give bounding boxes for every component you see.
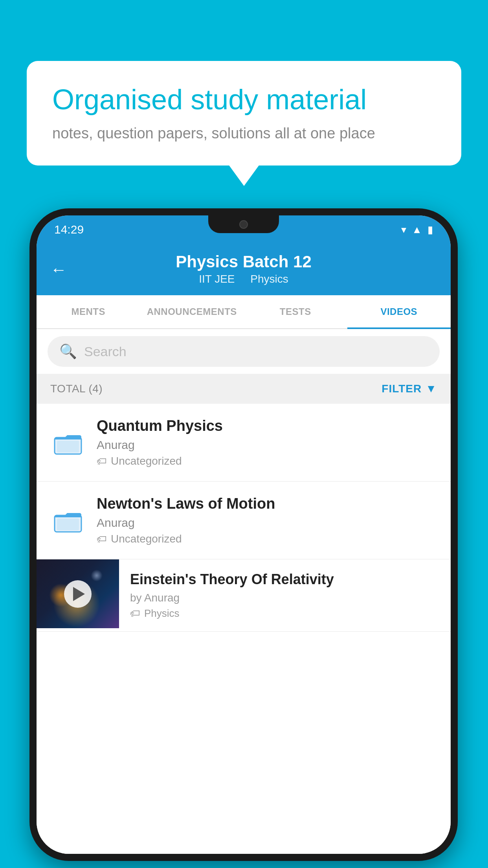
category-label: Uncategorized: [111, 533, 182, 545]
phone-notch: [208, 215, 279, 233]
video-author: by Anurag: [130, 592, 440, 604]
header-subtitle: IIT JEE Physics: [196, 273, 292, 285]
tab-announcements[interactable]: ANNOUNCEMENTS: [140, 295, 244, 328]
filter-icon: ▼: [426, 383, 437, 395]
filter-button[interactable]: FILTER ▼: [382, 383, 437, 395]
total-count: TOTAL (4): [50, 383, 103, 395]
header-iitjee: IIT JEE: [199, 273, 235, 285]
tab-ments[interactable]: MENTS: [37, 295, 140, 328]
video-author: Anurag: [97, 516, 437, 530]
tag-icon: 🏷: [97, 533, 107, 545]
video-category: 🏷 Physics: [130, 607, 440, 620]
category-label: Uncategorized: [111, 455, 182, 467]
video-title: Newton's Laws of Motion: [97, 495, 437, 512]
status-time: 14:29: [54, 223, 84, 236]
search-icon: 🔍: [59, 343, 77, 360]
play-button[interactable]: [64, 580, 92, 608]
folder-icon: [54, 508, 82, 533]
folder-icon-wrap: [50, 508, 86, 533]
tab-videos[interactable]: VIDEOS: [347, 295, 451, 328]
bubble-subtitle: notes, question papers, solutions all at…: [52, 125, 436, 142]
tab-tests[interactable]: TESTS: [244, 295, 347, 328]
signal-icon: ▲: [412, 224, 422, 236]
svg-rect-3: [57, 519, 79, 530]
folder-icon: [54, 430, 82, 455]
battery-icon: ▮: [427, 224, 433, 236]
header-physics: Physics: [250, 273, 288, 285]
phone-frame: 14:29 ▾ ▲ ▮ ← Physics Batch 12 IIT JEE P…: [29, 208, 458, 861]
video-author: Anurag: [97, 438, 437, 452]
tag-icon: 🏷: [130, 607, 140, 620]
folder-icon-wrap: [50, 430, 86, 455]
speech-bubble: Organised study material notes, question…: [27, 61, 461, 166]
list-item[interactable]: Newton's Laws of Motion Anurag 🏷 Uncateg…: [37, 482, 451, 559]
phone-screen: 14:29 ▾ ▲ ▮ ← Physics Batch 12 IIT JEE P…: [37, 215, 451, 854]
category-label: Physics: [144, 607, 180, 620]
video-category: 🏷 Uncategorized: [97, 455, 437, 467]
tag-icon: 🏷: [97, 455, 107, 467]
video-thumbnail: [37, 559, 119, 628]
video-title: Einstein's Theory Of Relativity: [130, 571, 440, 588]
header-title: Physics Batch 12: [176, 252, 312, 271]
list-item[interactable]: Quantum Physics Anurag 🏷 Uncategorized: [37, 404, 451, 482]
search-bar[interactable]: 🔍 Search: [48, 336, 440, 367]
video-info: Quantum Physics Anurag 🏷 Uncategorized: [97, 417, 437, 467]
camera-notch: [239, 220, 248, 229]
video-info: Einstein's Theory Of Relativity by Anura…: [119, 559, 451, 631]
video-info: Newton's Laws of Motion Anurag 🏷 Uncateg…: [97, 495, 437, 545]
video-category: 🏷 Uncategorized: [97, 533, 437, 545]
search-bar-container: 🔍 Search: [37, 329, 451, 374]
bubble-title: Organised study material: [52, 83, 436, 116]
video-list: Quantum Physics Anurag 🏷 Uncategorized: [37, 404, 451, 854]
app-header: ← Physics Batch 12 IIT JEE Physics: [37, 244, 451, 295]
tab-bar: MENTS ANNOUNCEMENTS TESTS VIDEOS: [37, 295, 451, 329]
back-button[interactable]: ←: [50, 260, 67, 279]
video-title: Quantum Physics: [97, 417, 437, 434]
status-icons: ▾ ▲ ▮: [401, 224, 433, 236]
filter-label: FILTER: [382, 383, 422, 395]
svg-rect-1: [57, 441, 79, 452]
filter-bar: TOTAL (4) FILTER ▼: [37, 374, 451, 404]
wifi-icon: ▾: [401, 224, 406, 236]
list-item[interactable]: Einstein's Theory Of Relativity by Anura…: [37, 559, 451, 632]
search-placeholder: Search: [84, 344, 127, 359]
play-triangle-icon: [73, 587, 85, 601]
